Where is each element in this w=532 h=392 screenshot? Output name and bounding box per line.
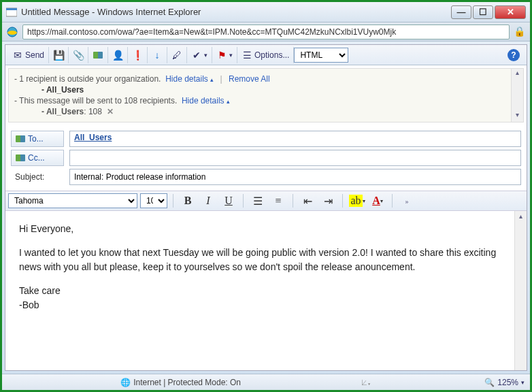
window-title: Untitled Message - Windows Internet Expl… — [21, 7, 451, 17]
flag-button[interactable]: ⚑▾ — [212, 47, 237, 63]
signature-button[interactable]: 🖊 — [167, 47, 187, 63]
format-toolbar: Tahoma 10 B I U ☰ ≡ ⇤ ⇥ ab▾ A▾ » — [5, 191, 527, 211]
mailtip-group-1: - All_Users — [41, 85, 518, 95]
send-button[interactable]: ✉ Send — [8, 47, 49, 63]
address-book-button[interactable] — [88, 47, 108, 63]
options-icon: ☰ — [242, 50, 252, 61]
options-button[interactable]: ☰ Options... — [237, 47, 294, 63]
highlight-button[interactable]: ab▾ — [348, 193, 366, 208]
zoom-icon: 🔍 — [484, 378, 495, 387]
number-list-button[interactable]: ≡ — [269, 193, 287, 208]
scroll-up-icon[interactable]: ▴ — [515, 211, 527, 222]
book-icon — [16, 154, 25, 161]
book-icon — [93, 50, 103, 61]
save-icon: 💾 — [53, 50, 64, 61]
send-icon: ✉ — [12, 50, 23, 61]
attach-button[interactable]: 📎 — [69, 47, 88, 63]
options-label: Options... — [254, 50, 289, 60]
flag-icon: ⚑ — [216, 50, 227, 61]
indent-button[interactable]: ⇥ — [319, 193, 337, 208]
font-family-select[interactable]: Tahoma — [8, 193, 137, 208]
subject-input[interactable] — [69, 169, 521, 185]
minimize-button[interactable]: — — [451, 5, 471, 19]
to-field[interactable]: All_Users — [69, 131, 521, 147]
spellcheck-icon: ✔ — [191, 50, 202, 61]
chevron-up-icon: ▴ — [210, 76, 214, 83]
url-input[interactable] — [22, 24, 510, 39]
remove-all-link[interactable]: Remove All — [229, 74, 270, 84]
save-button[interactable]: 💾 — [49, 47, 69, 63]
header-fields: To... All_Users Cc... Subject: — [5, 125, 527, 191]
mailtip-group-2-count: : 108 — [84, 107, 102, 116]
hide-details-link-1[interactable]: Hide details ▴ — [165, 74, 214, 84]
paperclip-icon: 📎 — [73, 50, 84, 61]
mailtip-external-text: - 1 recipient is outside your organizati… — [14, 74, 161, 84]
to-button[interactable]: To... — [11, 131, 64, 147]
globe-icon: 🌐 — [120, 378, 131, 387]
chevron-down-icon: ▾ — [521, 379, 525, 386]
compose-toolbar: ✉ Send 💾 📎 👤 ❗ ↓ 🖊 ✔▾ ⚑▾ ☰ Options... HT… — [5, 45, 527, 65]
page-favicon — [6, 7, 17, 18]
scroll-up-icon[interactable]: ▴ — [512, 69, 523, 80]
chevron-up-icon: ▴ — [227, 98, 230, 105]
body-paragraph: Take care — [19, 284, 513, 298]
mailtips-panel: - 1 recipient is outside your organizati… — [8, 68, 524, 122]
importance-low-icon: ↓ — [152, 50, 163, 61]
importance-low-button[interactable]: ↓ — [148, 47, 167, 63]
outdent-button[interactable]: ⇤ — [299, 193, 316, 208]
body-scrollbar[interactable]: ▴ — [514, 211, 527, 370]
cc-button[interactable]: Cc... — [11, 150, 64, 166]
mailtip-count-text: - This message will be sent to 108 recip… — [14, 96, 177, 105]
mailtip-group-2-name: - All_Users — [41, 107, 84, 116]
maximize-button[interactable]: ☐ — [473, 5, 493, 19]
address-bar: 🔒 — [2, 22, 530, 42]
window-controls: — ☐ ✕ — [451, 5, 526, 19]
close-button[interactable]: ✕ — [495, 5, 526, 19]
ie-icon — [6, 26, 18, 38]
lock-icon: 🔒 — [514, 26, 526, 38]
subject-label: Subject: — [11, 169, 64, 185]
svg-point-3 — [7, 31, 17, 35]
message-body[interactable]: Hi Everyone, I wanted to let you know th… — [5, 211, 527, 370]
bold-button[interactable]: B — [179, 193, 197, 208]
italic-button[interactable]: I — [199, 193, 217, 208]
status-bar: 🌐 Internet | Protected Mode: On ⟀▾ 🔍 125… — [2, 374, 530, 390]
underline-button[interactable]: U — [220, 193, 237, 208]
signature-icon: 🖊 — [171, 50, 182, 61]
importance-high-button[interactable]: ❗ — [128, 47, 148, 63]
remove-group-button[interactable]: ✕ — [107, 107, 114, 116]
mailtips-scrollbar[interactable]: ▴ ▾ — [511, 69, 523, 122]
svg-rect-1 — [6, 8, 17, 10]
hide-details-link-2[interactable]: Hide details ▴ — [182, 96, 230, 105]
help-button[interactable]: ? — [508, 49, 520, 61]
font-color-button[interactable]: A▾ — [369, 193, 386, 208]
security-zone: 🌐 Internet | Protected Mode: On — [120, 378, 241, 387]
zoom-control[interactable]: 🔍 125% ▾ — [484, 378, 525, 387]
message-compose: ✉ Send 💾 📎 👤 ❗ ↓ 🖊 ✔▾ ⚑▾ ☰ Options... HT… — [5, 44, 527, 371]
browser-window: Untitled Message - Windows Internet Expl… — [0, 0, 532, 392]
to-recipient-chip[interactable]: All_Users — [74, 133, 112, 142]
body-paragraph: -Bob — [19, 298, 513, 312]
format-select[interactable]: HTML — [294, 48, 348, 63]
zoom-value: 125% — [497, 378, 518, 387]
resize-grip-icon[interactable]: ⟀▾ — [362, 378, 371, 387]
font-size-select[interactable]: 10 — [140, 193, 167, 208]
more-format-button[interactable]: » — [398, 193, 416, 208]
importance-high-icon: ❗ — [132, 50, 143, 61]
scroll-down-icon[interactable]: ▾ — [512, 111, 523, 122]
book-icon — [16, 135, 25, 142]
spellcheck-button[interactable]: ✔▾ — [187, 47, 212, 63]
body-paragraph: I wanted to let you know that next Tuesd… — [19, 246, 513, 274]
send-label: Send — [25, 50, 44, 60]
body-paragraph: Hi Everyone, — [19, 222, 513, 236]
check-names-button[interactable]: 👤 — [108, 47, 128, 63]
check-names-icon: 👤 — [112, 50, 123, 61]
bullet-list-button[interactable]: ☰ — [249, 193, 267, 208]
cc-field[interactable] — [69, 150, 521, 166]
zone-text: Internet | Protected Mode: On — [133, 378, 241, 387]
titlebar: Untitled Message - Windows Internet Expl… — [2, 2, 530, 22]
